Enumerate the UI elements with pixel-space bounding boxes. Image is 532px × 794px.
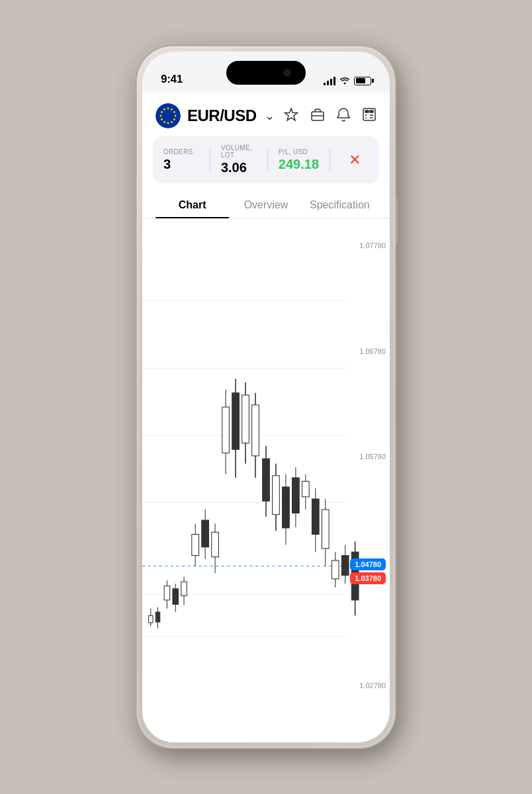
volume-label: VOLUME, LOT — [221, 144, 257, 159]
svg-rect-49 — [222, 407, 230, 453]
svg-point-12 — [163, 109, 165, 110]
candle-4 — [173, 584, 179, 612]
svg-rect-71 — [332, 560, 339, 579]
svg-marker-13 — [285, 109, 298, 120]
candle-1 — [149, 609, 153, 627]
svg-rect-47 — [212, 532, 219, 556]
stat-divider-2 — [267, 148, 268, 172]
candle-5 — [181, 577, 187, 605]
svg-point-11 — [161, 111, 163, 113]
orders-label: ORDERS — [163, 148, 199, 155]
svg-point-5 — [173, 118, 175, 120]
status-time: 9:41 — [161, 73, 183, 86]
svg-rect-41 — [181, 582, 187, 596]
volume-up-button[interactable] — [134, 179, 137, 208]
close-button[interactable]: ✕ — [341, 146, 369, 174]
candle-15 — [283, 474, 290, 545]
volume-down-button[interactable] — [134, 217, 137, 246]
tab-chart[interactable]: Chart — [155, 193, 229, 218]
svg-rect-51 — [232, 393, 240, 449]
stats-bar: ORDERS 3 VOLUME, LOT 3.06 P/L, USD 249.1… — [153, 136, 379, 183]
svg-rect-59 — [273, 476, 280, 515]
candle-2 — [155, 607, 159, 629]
orders-value: 3 — [163, 157, 199, 172]
price-badges: 1.04780 1.03780 — [341, 558, 386, 584]
candle-19 — [322, 499, 329, 566]
volume-value: 3.06 — [221, 160, 257, 175]
candle-3 — [164, 580, 170, 609]
tabs: Chart Overview Specification — [142, 193, 390, 218]
wifi-icon — [339, 75, 350, 86]
svg-point-0 — [155, 103, 181, 128]
price-1.04780-badge: 1.04780 — [350, 558, 386, 570]
star-icon[interactable] — [284, 107, 298, 125]
pl-stat: P/L, USD 249.18 — [279, 148, 319, 172]
svg-rect-17 — [365, 110, 369, 112]
svg-point-1 — [167, 108, 169, 110]
svg-rect-61 — [283, 487, 290, 528]
currency-flag — [155, 103, 181, 128]
svg-point-8 — [163, 121, 165, 123]
phone-screen: 9:41 — [142, 52, 390, 742]
candle-18 — [312, 488, 319, 552]
app-content: EUR/USD ⌄ — [142, 93, 390, 742]
orders-stat: ORDERS 3 — [163, 148, 199, 172]
camera-dot — [283, 69, 291, 77]
svg-rect-53 — [242, 395, 249, 443]
price-1.07780: 1.07780 — [341, 242, 386, 249]
price-1.02780: 1.02780 — [341, 682, 386, 689]
svg-rect-18 — [370, 110, 373, 112]
svg-point-9 — [161, 118, 163, 120]
signal-icon — [324, 76, 335, 85]
svg-rect-43 — [192, 535, 199, 556]
svg-point-6 — [171, 121, 173, 123]
bell-icon[interactable] — [337, 107, 350, 125]
svg-rect-69 — [322, 509, 329, 549]
svg-rect-35 — [155, 612, 159, 622]
candle-10 — [232, 378, 240, 478]
chart-area: 1.07780 1.06780 1.05780 1.04780 1.03780 … — [142, 218, 390, 716]
status-icons — [324, 75, 371, 86]
candle-14 — [273, 464, 280, 531]
svg-point-4 — [175, 115, 177, 117]
battery-icon — [354, 77, 371, 85]
phone-frame: 9:41 — [137, 46, 395, 748]
svg-point-10 — [160, 115, 162, 117]
price-labels: 1.07780 1.06780 1.05780 1.04780 1.03780 … — [341, 218, 386, 716]
pl-label: P/L, USD — [279, 148, 319, 155]
svg-rect-63 — [292, 478, 300, 513]
price-1.03780-badge: 1.03780 — [350, 572, 386, 584]
pair-chevron-icon: ⌄ — [265, 109, 275, 123]
header: EUR/USD ⌄ — [142, 93, 390, 136]
svg-rect-37 — [164, 586, 170, 600]
svg-point-2 — [171, 109, 173, 110]
svg-rect-57 — [263, 459, 270, 501]
svg-point-7 — [167, 122, 169, 124]
candle-9 — [222, 389, 230, 474]
close-icon: ✕ — [349, 152, 361, 168]
candle-7 — [202, 509, 209, 559]
stat-divider-1 — [210, 148, 210, 172]
briefcase-icon[interactable] — [310, 107, 325, 125]
calculator-icon[interactable] — [362, 107, 377, 125]
candle-11 — [242, 382, 249, 464]
tab-specification[interactable]: Specification — [303, 193, 377, 218]
candle-8 — [212, 523, 219, 573]
power-button[interactable] — [395, 198, 398, 245]
candle-13 — [263, 446, 270, 517]
pair-selector[interactable]: EUR/USD ⌄ — [155, 103, 275, 128]
candle-12 — [252, 393, 259, 478]
stat-divider-3 — [330, 148, 330, 172]
dynamic-island — [226, 61, 306, 85]
header-actions — [284, 107, 377, 125]
candle-20 — [332, 552, 339, 587]
candle-16 — [292, 467, 300, 527]
price-1.06780: 1.06780 — [341, 347, 386, 355]
candle-17 — [302, 474, 309, 509]
pair-name: EUR/USD — [187, 107, 257, 125]
svg-point-3 — [173, 111, 175, 113]
svg-rect-45 — [202, 520, 209, 547]
svg-rect-67 — [312, 499, 319, 534]
tab-overview[interactable]: Overview — [229, 193, 302, 218]
svg-rect-39 — [173, 589, 179, 605]
